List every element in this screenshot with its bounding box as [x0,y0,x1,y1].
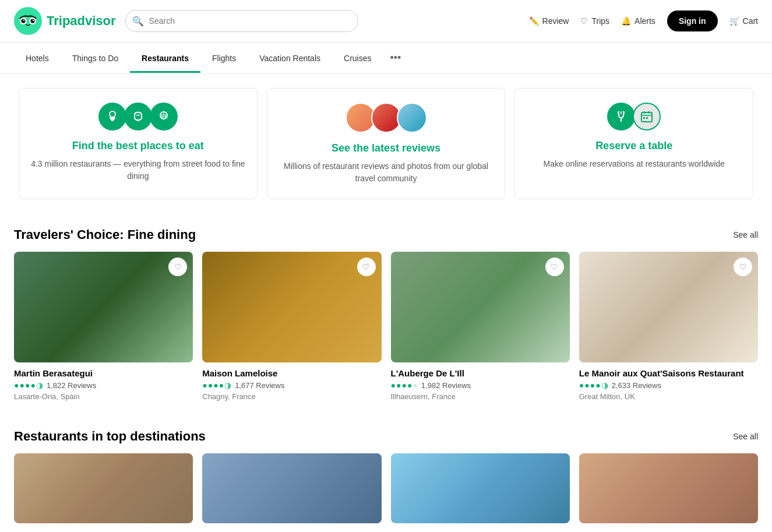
reviews-count-manoir: 2,633 Reviews [612,381,661,390]
fine-dining-cards: ♡ Martin Berasategui ●●●●◑ 1,822 Reviews… [0,252,772,415]
tripadvisor-owl-icon [14,7,42,35]
nav-item-flights[interactable]: Flights [200,44,248,72]
card-rating-lauberge: ●●●●● 1,982 Reviews [391,380,570,390]
nav-more-button[interactable]: ••• [383,43,408,73]
star-empty: ● [413,380,417,390]
svg-rect-9 [137,119,139,121]
destination-card-paris[interactable] [202,453,381,523]
trips-label: Trips [591,16,609,26]
destination-card-dubai[interactable] [391,453,570,523]
star-full: ● [213,380,218,390]
favorite-button-maison[interactable]: ♡ [357,258,376,276]
feature-card-find-best: Find the best places to eat 4.3 million … [19,88,258,199]
top-destinations-header: Restaurants in top destinations See all [0,415,772,453]
review-label: Review [542,16,569,26]
star-full: ● [590,380,595,390]
card-image-maison: ♡ [202,252,381,362]
nav-item-vacation-rentals[interactable]: Vacation Rentals [248,44,332,72]
alerts-button[interactable]: 🔔 Alerts [621,16,655,26]
card-rating-manoir: ●●●●◑ 2,633 Reviews [579,380,758,390]
star-full: ● [25,380,30,390]
card-location-martin: Lasarte-Oria, Spain [14,392,193,401]
restaurant-card-lauberge[interactable]: ♡ L'Auberge De L'Ill ●●●●● 1,982 Reviews… [391,252,570,401]
svg-point-4 [31,19,35,23]
logo[interactable]: Tripadvisor [14,7,116,35]
trips-button[interactable]: ♡ Trips [580,16,609,26]
alerts-label: Alerts [634,16,655,26]
feature-title-reserve: Reserve a table [595,140,672,152]
food-icon-2 [124,103,152,131]
card-location-manoir: Great Milton, UK [579,392,758,401]
restaurant-card-martin[interactable]: ♡ Martin Berasategui ●●●●◑ 1,822 Reviews… [14,252,193,401]
destination-card-istanbul[interactable] [579,453,758,523]
nav-item-restaurants[interactable]: Restaurants [130,44,200,72]
star-full: ● [396,380,401,390]
restaurant-card-manoir[interactable]: ♡ Le Manoir aux Quat'Saisons Restaurant … [579,252,758,401]
search-bar: 🔍 [125,10,358,32]
svg-point-5 [23,20,24,21]
star-full: ● [584,380,589,390]
fine-dining-header: Travelers' Choice: Fine dining See all [0,213,772,252]
card-image-lauberge: ♡ [391,252,570,362]
star-full: ● [391,380,396,390]
favorite-button-martin[interactable]: ♡ [168,258,187,276]
feature-card-reserve: Reserve a table Make online reservations… [514,88,753,199]
card-name-martin: Martin Berasategui [14,368,193,378]
stars-lauberge: ●●●●● [391,380,418,390]
fine-dining-see-all[interactable]: See all [733,230,758,239]
top-destinations-see-all[interactable]: See all [733,432,758,441]
card-rating-maison: ●●●●◑ 1,677 Reviews [202,380,381,390]
feature-title-find: Find the best places to eat [72,140,204,152]
svg-rect-12 [643,117,645,119]
favorite-button-lauberge[interactable]: ♡ [545,258,564,276]
svg-point-3 [22,19,26,23]
card-location-lauberge: Illhaeusern, France [391,392,570,401]
header-actions: ✏️ Review ♡ Trips 🔔 Alerts Sign in 🛒 Car… [529,10,758,31]
review-button[interactable]: ✏️ Review [529,16,569,26]
svg-point-6 [33,20,34,21]
logo-text: Tripadvisor [47,13,116,29]
destination-cards [0,453,772,532]
fork-icon [607,103,635,131]
signin-button[interactable]: Sign in [667,10,718,31]
top-destinations-title: Restaurants in top destinations [14,429,206,444]
reviews-count-lauberge: 1,982 Reviews [421,381,471,390]
card-image-manoir: ♡ [579,252,758,362]
star-full: ● [579,380,584,390]
card-location-maison: Chagny, France [202,392,381,401]
nav-item-things-to-do[interactable]: Things to Do [61,44,130,72]
stars-martin: ●●●●◑ [14,380,43,390]
star-full: ● [407,380,412,390]
card-image-martin: ♡ [14,252,193,362]
reviews-count-martin: 1,822 Reviews [47,381,96,390]
star-full: ● [219,380,224,390]
search-input[interactable] [125,10,358,32]
card-name-manoir: Le Manoir aux Quat'Saisons Restaurant [579,368,758,378]
card-name-lauberge: L'Auberge De L'Ill [391,368,570,378]
feature-card-reviews: See the latest reviews Millions of resta… [267,88,506,199]
star-full: ● [208,380,213,390]
header: Tripadvisor 🔍 ✏️ Review ♡ Trips 🔔 Alerts… [0,0,772,43]
review-icon: ✏️ [529,16,539,26]
svg-point-0 [14,7,42,35]
card-name-maison: Maison Lameloise [202,368,381,378]
food-icon-3 [150,103,178,131]
star-half: ◑ [224,380,231,390]
nav-item-hotels[interactable]: Hotels [14,44,61,72]
destination-card-london[interactable] [14,453,193,523]
nav-item-cruises[interactable]: Cruises [332,44,383,72]
feature-desc-reserve: Make online reservations at restaurants … [544,158,725,170]
feature-desc-reviews: Millions of restaurant reviews and photo… [279,160,493,185]
fine-dining-title: Travelers' Choice: Fine dining [14,227,196,242]
restaurant-card-maison[interactable]: ♡ Maison Lameloise ●●●●◑ 1,677 Reviews C… [202,252,381,401]
star-full: ● [595,380,600,390]
cart-label: Cart [743,16,758,26]
star-full: ● [401,380,406,390]
cart-button[interactable]: 🛒 Cart [729,16,758,26]
star-full: ● [202,380,207,390]
feature-section: Find the best places to eat 4.3 million … [0,74,772,213]
favorite-button-manoir[interactable]: ♡ [734,258,752,276]
search-icon: 🔍 [132,16,144,27]
avatar-group [346,103,427,133]
calendar-icon [633,103,661,131]
